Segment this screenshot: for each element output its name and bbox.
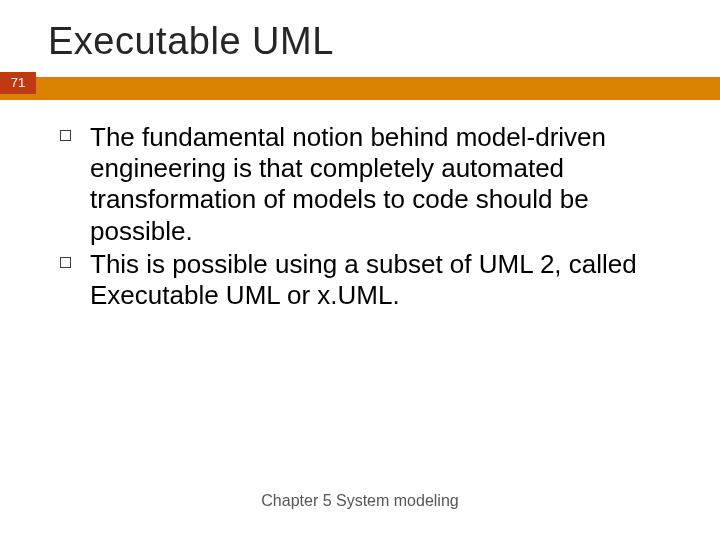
slide-title: Executable UML [0,0,720,77]
bullet-item: The fundamental notion behind model-driv… [60,122,660,247]
slide-footer: Chapter 5 System modeling [0,492,720,510]
bullet-text: This is possible using a subset of UML 2… [90,249,660,311]
bullet-item: This is possible using a subset of UML 2… [60,249,660,311]
slide: Executable UML 71 The fundamental notion… [0,0,720,540]
square-bullet-icon [60,249,90,268]
page-number-badge: 71 [0,72,36,94]
slide-body: The fundamental notion behind model-driv… [0,100,720,311]
bullet-text: The fundamental notion behind model-driv… [90,122,660,247]
accent-bar: 71 [0,77,720,100]
square-bullet-icon [60,122,90,141]
